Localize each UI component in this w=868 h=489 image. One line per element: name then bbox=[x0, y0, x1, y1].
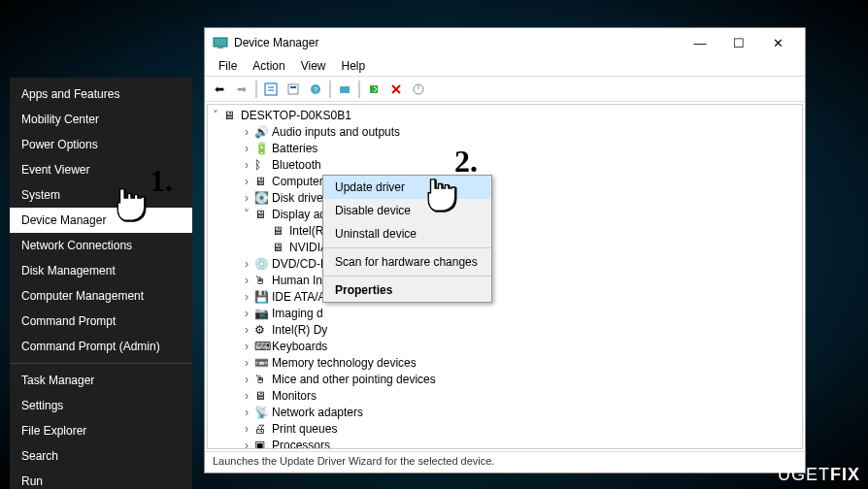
expand-icon[interactable]: › bbox=[241, 191, 252, 205]
winx-item-search[interactable]: Search bbox=[10, 443, 192, 469]
tree-category[interactable]: ›🔋Batteries bbox=[210, 140, 800, 156]
expand-icon[interactable]: › bbox=[241, 290, 252, 304]
winx-group-1: Apps and FeaturesMobility CenterPower Op… bbox=[10, 82, 192, 359]
tree-category[interactable]: ›🖥Computer bbox=[210, 173, 800, 189]
winx-item-computer-management[interactable]: Computer Management bbox=[10, 283, 192, 309]
menu-separator bbox=[323, 247, 491, 248]
svg-rect-6 bbox=[290, 86, 296, 88]
winx-menu: Apps and FeaturesMobility CenterPower Op… bbox=[10, 78, 192, 489]
tree-root[interactable]: ˅ 🖥 DESKTOP-D0KS0B1 bbox=[210, 107, 800, 123]
winx-item-power-options[interactable]: Power Options bbox=[10, 132, 192, 157]
expand-icon[interactable]: › bbox=[241, 389, 252, 403]
root-label: DESKTOP-D0KS0B1 bbox=[241, 109, 351, 122]
winx-item-disk-management[interactable]: Disk Management bbox=[10, 258, 192, 283]
ctx-disable-device[interactable]: Disable device bbox=[323, 199, 491, 222]
cursor-hand-icon bbox=[109, 182, 153, 231]
collapse-icon[interactable]: ˅ bbox=[210, 109, 221, 122]
expand-icon[interactable]: › bbox=[241, 158, 252, 172]
tree-category[interactable]: ›🔊Audio inputs and outputs bbox=[210, 123, 800, 140]
tree-category[interactable]: ›💽Disk drives bbox=[210, 189, 800, 206]
winx-item-command-prompt[interactable]: Command Prompt bbox=[10, 309, 192, 334]
expand-icon[interactable]: › bbox=[241, 323, 252, 337]
expand-icon[interactable]: › bbox=[241, 439, 252, 450]
expand-icon[interactable]: › bbox=[241, 422, 252, 436]
scan-button[interactable] bbox=[334, 79, 355, 100]
back-button[interactable]: ⬅ bbox=[209, 79, 230, 100]
tree-category[interactable]: ›📡Network adapters bbox=[210, 404, 800, 420]
tree-label: Disk drives bbox=[272, 191, 329, 205]
tree-category[interactable]: ›ᛒBluetooth bbox=[210, 156, 800, 173]
maximize-button[interactable]: ☐ bbox=[719, 29, 758, 56]
ctx-scan-for-hardware-changes[interactable]: Scan for hardware changes bbox=[323, 250, 491, 274]
device-icon: 🖱 bbox=[254, 274, 270, 287]
expand-icon[interactable]: › bbox=[241, 125, 252, 139]
tree-category[interactable]: ›🖱Mice and other pointing devices bbox=[210, 371, 800, 387]
winx-item-settings[interactable]: Settings bbox=[10, 393, 192, 418]
show-hidden-button[interactable] bbox=[260, 79, 282, 100]
svg-rect-1 bbox=[217, 47, 223, 49]
menu-view[interactable]: View bbox=[293, 57, 334, 76]
tree-category[interactable]: ›⌨Keyboards bbox=[210, 338, 800, 354]
watermark: UGETFIX bbox=[778, 465, 860, 485]
expand-icon[interactable]: › bbox=[241, 274, 252, 287]
tree-category[interactable]: ›▣Processors bbox=[210, 437, 800, 449]
collapse-icon[interactable]: ˅ bbox=[241, 208, 252, 221]
expand-icon[interactable]: › bbox=[241, 340, 252, 353]
tree-category[interactable]: ›💾IDE ATA/AT bbox=[210, 288, 800, 305]
minimize-button[interactable]: — bbox=[681, 29, 719, 56]
device-icon: ⌨ bbox=[254, 340, 270, 353]
expand-icon[interactable]: › bbox=[241, 373, 252, 386]
tree-category[interactable]: ›🖨Print queues bbox=[210, 420, 800, 437]
tree-category[interactable]: ›⚙Intel(R) Dy bbox=[210, 321, 800, 338]
winx-item-run[interactable]: Run bbox=[10, 469, 192, 489]
tree-category[interactable]: ›💿DVD/CD-R bbox=[210, 255, 800, 272]
winx-item-device-manager[interactable]: Device Manager bbox=[10, 208, 192, 233]
properties-button[interactable] bbox=[283, 79, 304, 100]
tree-category[interactable]: ›🖥Monitors bbox=[210, 387, 800, 404]
expand-icon[interactable]: › bbox=[241, 257, 252, 271]
menu-help[interactable]: Help bbox=[334, 57, 374, 76]
menubar: File Action View Help bbox=[205, 57, 805, 77]
device-icon: ᛒ bbox=[254, 158, 270, 172]
winx-item-command-prompt-admin-[interactable]: Command Prompt (Admin) bbox=[10, 334, 192, 359]
expand-icon[interactable]: › bbox=[241, 406, 252, 419]
update-driver-button[interactable] bbox=[363, 79, 384, 100]
tree-label: Computer bbox=[272, 175, 323, 188]
expand-icon[interactable]: › bbox=[241, 142, 252, 155]
winx-item-task-manager[interactable]: Task Manager bbox=[10, 368, 192, 393]
expand-icon[interactable]: › bbox=[241, 356, 252, 370]
tree-device[interactable]: 🖥Intel(R) bbox=[210, 222, 800, 239]
tree-category[interactable]: ˅🖥Display adapters bbox=[210, 206, 800, 222]
ctx-properties[interactable]: Properties bbox=[323, 278, 491, 302]
expand-icon[interactable]: › bbox=[241, 175, 252, 188]
disable-button[interactable] bbox=[408, 79, 429, 100]
help-button[interactable]: ? bbox=[305, 79, 326, 100]
tree-device[interactable]: 🖥NVIDIA bbox=[210, 239, 800, 255]
uninstall-button[interactable] bbox=[385, 79, 407, 100]
statusbar: Launches the Update Driver Wizard for th… bbox=[205, 451, 805, 473]
svg-rect-0 bbox=[214, 38, 227, 47]
menu-file[interactable]: File bbox=[211, 57, 245, 76]
forward-button[interactable]: ➡ bbox=[231, 79, 252, 100]
tree-category[interactable]: ›📷Imaging d bbox=[210, 305, 800, 321]
tree-label: Network adapters bbox=[272, 406, 363, 419]
winx-item-apps-and-features[interactable]: Apps and Features bbox=[10, 82, 192, 107]
winx-item-network-connections[interactable]: Network Connections bbox=[10, 233, 192, 258]
ctx-uninstall-device[interactable]: Uninstall device bbox=[323, 222, 491, 245]
tree-category[interactable]: ›🖱Human Int bbox=[210, 272, 800, 288]
computer-icon: 🖥 bbox=[223, 109, 239, 122]
expand-icon[interactable]: › bbox=[241, 307, 252, 320]
winx-item-mobility-center[interactable]: Mobility Center bbox=[10, 107, 192, 132]
device-icon: 🖥 bbox=[272, 224, 287, 238]
menu-action[interactable]: Action bbox=[245, 57, 292, 76]
svg-text:?: ? bbox=[314, 85, 318, 94]
device-icon: 🔋 bbox=[254, 142, 270, 155]
device-icon: 📡 bbox=[254, 406, 270, 419]
tree-category[interactable]: ›📼Memory technology devices bbox=[210, 354, 800, 371]
device-tree[interactable]: ˅ 🖥 DESKTOP-D0KS0B1 ›🔊Audio inputs and o… bbox=[207, 104, 803, 449]
titlebar[interactable]: Device Manager — ☐ ✕ bbox=[205, 28, 805, 57]
device-icon: 📼 bbox=[254, 356, 270, 370]
close-button[interactable]: ✕ bbox=[758, 29, 797, 56]
winx-item-file-explorer[interactable]: File Explorer bbox=[10, 418, 192, 443]
device-icon: 🖥 bbox=[254, 208, 270, 221]
